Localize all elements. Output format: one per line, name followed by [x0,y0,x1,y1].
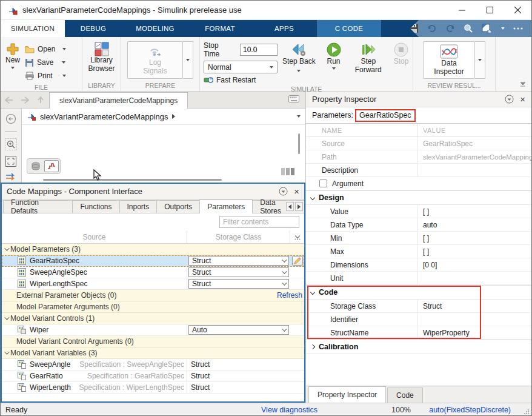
storage-class-dropdown[interactable]: Struct [188,279,289,289]
tab-simulation[interactable]: SIMULATION [1,20,65,37]
run-button[interactable]: Run [321,40,347,84]
library-browser-button[interactable]: Library Browser [82,40,121,73]
table-row-wiperlength[interactable]: WiperLength Specification : WiperLengthS… [2,382,304,394]
new-dropdown-icon[interactable] [11,67,15,69]
table-row-wiper[interactable]: Wiper Auto [2,324,304,336]
column-header-source[interactable]: Source [2,230,187,243]
group-row-model-parameters[interactable]: Model Parameters (3) [2,244,304,255]
fast-restart-toggle[interactable]: Fast Restart [204,76,278,84]
refresh-link[interactable]: Refresh [277,291,304,300]
hide-explorer-icon[interactable] [5,113,16,124]
step-back-dropdown-icon[interactable] [297,70,301,72]
tab-debug[interactable]: DEBUG [65,20,122,37]
tab-format[interactable]: FORMAT [188,20,251,37]
prepare-gallery-dropdown[interactable] [183,41,193,79]
tab-property-inspector[interactable]: Property Inspector [308,386,386,403]
keyboard-shortcuts-icon[interactable] [288,95,299,102]
horizontal-scrollbar[interactable] [43,179,222,181]
filter-contents-input[interactable] [219,216,299,228]
group-row-model-variant-variables[interactable]: Model Variant Variables (3) [2,347,304,359]
structname-field[interactable]: WiperProperty [418,326,531,339]
tab-c-code[interactable]: C CODE [317,20,381,37]
print-dropdown-icon[interactable] [62,75,66,77]
save-dropdown-icon[interactable] [62,61,65,64]
storage-class-dropdown[interactable]: Auto [188,325,289,335]
argument-checkbox[interactable] [319,179,327,187]
data-perspective-button[interactable] [28,160,43,172]
breadcrumb-item[interactable]: slexVariantParameterCodeMappings [40,112,168,121]
group-row-model-variant-control-arguments[interactable]: Model Variant Control Arguments (0) [2,336,304,347]
solver-link[interactable]: auto(FixedStepDiscrete) [429,406,511,414]
tab-outports[interactable]: Outports [156,200,200,213]
table-row-sweepanglespec[interactable]: SweepAngleSpec Struct [2,267,304,278]
view-diagnostics-link[interactable]: View diagnostics [261,406,318,414]
storage-class-dropdown[interactable]: Struct [188,267,289,277]
table-row-sweepangle[interactable]: SweepAngle Specification : SweepAngleSpe… [2,359,304,371]
up-to-parent-icon[interactable] [36,96,45,104]
column-options[interactable] [290,230,304,243]
tab-code[interactable]: Code [387,387,423,403]
dimensions-field[interactable]: [0 0] [418,258,531,271]
print-button[interactable]: Print [25,69,66,82]
log-signals-button[interactable]: Log Signals [127,41,183,79]
table-row-wiperlengthspec[interactable]: WiperLengthSpec Struct [2,278,304,290]
stop-time-input[interactable] [240,44,278,56]
code-perspective-button[interactable] [44,160,59,172]
maximize-button[interactable] [476,1,504,19]
tab-functions[interactable]: Functions [72,200,119,213]
column-header-storage-class[interactable]: Storage Class [187,230,290,243]
annotation-icon[interactable] [482,24,493,33]
section-design[interactable]: Design [306,190,531,205]
breadcrumb-dropdown-icon[interactable] [297,115,301,118]
table-row-gearratio[interactable]: GearRatio Specification : GearRatioSpec … [2,371,304,382]
section-code[interactable]: Code [306,285,531,300]
data-type-field[interactable]: auto [418,218,531,231]
edit-icon[interactable] [292,256,303,266]
zoom-tool-icon[interactable] [5,138,17,150]
back-icon[interactable] [4,96,14,104]
tab-inports[interactable]: Inports [119,200,158,213]
value-field[interactable]: [ ] [418,205,531,218]
vertical-scrollbar[interactable] [298,133,300,154]
forward-icon[interactable] [20,96,30,104]
simulation-mode-dropdown[interactable]: Normal [204,61,278,73]
undo-icon[interactable] [427,24,437,33]
breadcrumb-arrow-icon[interactable] [171,113,176,119]
identifier-field[interactable] [418,313,531,326]
run-dropdown-icon[interactable] [332,67,336,70]
tab-apps[interactable]: APPS [251,20,317,37]
data-inspector-button[interactable]: Data Inspector [423,41,475,79]
min-field[interactable]: [ ] [418,232,531,244]
section-calibration[interactable]: Calibration [306,340,531,354]
close-button[interactable] [504,1,531,19]
max-field[interactable]: [ ] [418,245,531,258]
redo-icon[interactable] [445,24,455,33]
tab-scroll-right-icon[interactable] [295,202,303,211]
description-value-field[interactable] [418,164,531,176]
tab-parameters[interactable]: Parameters [199,200,253,213]
document-tab[interactable]: slexVariantParameterCodeMappings [49,92,188,109]
tab-scroll-left-icon[interactable] [286,202,294,211]
tab-modeling[interactable]: MODELING [122,20,188,37]
resize-grip[interactable] [524,409,530,415]
group-row-model-parameter-arguments[interactable]: Model Parameter Arguments (0) [2,301,304,313]
table-row-gearratiospec[interactable]: GearRatioSpec Struct [2,255,304,267]
new-button[interactable]: New [5,40,20,82]
group-row-model-variant-controls[interactable]: Model Variant Controls (1) [2,313,304,324]
unit-field[interactable] [418,272,531,284]
storage-class-dropdown[interactable]: Struct [188,256,289,266]
model-canvas[interactable] [22,125,305,183]
more-options-icon[interactable] [513,27,523,30]
open-dropdown-icon[interactable] [62,48,66,50]
collapse-ribbon-icon[interactable] [519,81,527,87]
search-icon[interactable] [464,24,473,33]
close-panel-icon[interactable]: × [520,94,525,104]
update-diagram-icon[interactable] [5,172,17,181]
storage-class-field[interactable]: Struct [418,300,531,312]
qab-dropdown-icon[interactable] [501,27,505,30]
stop-button[interactable]: Stop [390,40,413,84]
close-panel-icon[interactable]: × [294,186,299,196]
save-button[interactable]: Save [25,56,66,69]
data-inspector-dropdown[interactable] [475,41,485,79]
group-row-external-parameter-objects[interactable]: External Parameter Objects (0) Refresh [2,290,304,301]
